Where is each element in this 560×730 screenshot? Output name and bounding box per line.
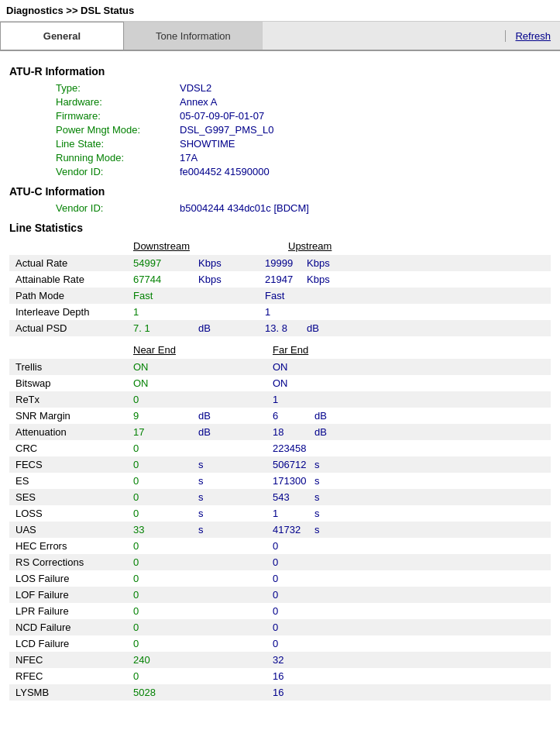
nf-label: Trellis (9, 361, 133, 373)
stat-label: Actual PSD (9, 322, 133, 334)
nf-near-unit: s (195, 491, 249, 503)
nf-near-val: 0 (133, 605, 195, 617)
tab-tone-information[interactable]: Tone Information (124, 22, 263, 50)
nf-row: LOS Failure 0 0 (9, 570, 551, 587)
nf-label: HEC Errors (9, 540, 133, 552)
atuc-field-value: b5004244 434dc01c [BDCM] (180, 202, 309, 214)
nf-near-val: 0 (133, 638, 195, 649)
nf-near-val: 17 (133, 426, 195, 438)
rate-row: Interleave Depth 1 1 (9, 304, 551, 320)
nf-near-val: 9 (133, 410, 195, 422)
atur-field-value: 17A (180, 152, 198, 164)
nf-label: LOS Failure (9, 573, 133, 584)
nf-label: SNR Margin (9, 410, 133, 422)
nf-row: CRC 0 223458 (9, 440, 551, 456)
nf-near-val: 0 (133, 573, 195, 584)
nf-label: CRC (9, 442, 133, 454)
atur-field-label: Line State: (56, 138, 180, 150)
stat-ds-val: 67744 (133, 274, 195, 285)
atur-field-value: SHOWTIME (180, 138, 235, 150)
ds-us-header-row: Downstream Upstream (133, 240, 551, 252)
nearend-header: Near End (133, 344, 273, 356)
nf-label: FECS (9, 459, 133, 470)
rate-row: Actual PSD 7. 1 dB 13. 8 dB (9, 320, 551, 336)
atur-field-label: Running Mode: (56, 152, 180, 164)
nf-far-val: 16 (249, 670, 311, 682)
nf-far-val: 0 (249, 573, 311, 584)
stat-label: Actual Rate (9, 257, 133, 269)
stat-ds-unit: Kbps (195, 274, 242, 285)
stat-us-val: 19999 (242, 257, 304, 269)
nf-near-unit: dB (195, 410, 249, 422)
rate-rows: Actual Rate 54997 Kbps 19999 Kbps Attain… (9, 255, 551, 336)
nf-row: Attenuation 17 dB 18 dB (9, 424, 551, 440)
nf-label: ES (9, 475, 133, 487)
nf-header-row: Near End Far End (133, 344, 551, 356)
downstream-header: Downstream (133, 240, 288, 252)
breadcrumb: Diagnostics >> DSL Status (0, 0, 560, 22)
nf-label: ReTx (9, 394, 133, 405)
nf-label: LCD Failure (9, 638, 133, 649)
nf-far-val: 1 (249, 394, 311, 405)
nf-label: SES (9, 491, 133, 503)
nf-near-val: 0 (133, 622, 195, 633)
nf-near-val: 240 (133, 654, 195, 666)
nf-label: UAS (9, 524, 133, 535)
atur-field-label: Firmware: (56, 110, 180, 122)
nf-far-val: 6 (249, 410, 311, 422)
nf-far-val: ON (249, 361, 311, 373)
nf-near-val: 5028 (133, 687, 195, 698)
nf-far-unit: dB (311, 426, 358, 438)
nf-near-unit: s (195, 475, 249, 487)
atur-section-title: ATU-R Information (9, 65, 551, 77)
atur-info-row: Vendor ID:fe004452 41590000 (56, 166, 551, 177)
nf-row: SNR Margin 9 dB 6 dB (9, 408, 551, 424)
line-stats-title: Line Statistics (9, 222, 551, 234)
atur-field-value: VDSL2 (180, 82, 211, 94)
nf-near-val: 0 (133, 491, 195, 503)
nf-far-val: 0 (249, 589, 311, 601)
stat-us-val: Fast (242, 290, 304, 301)
nf-far-unit: s (311, 524, 358, 535)
nf-near-val: 0 (133, 459, 195, 470)
nf-near-val: 0 (133, 508, 195, 519)
nf-far-unit: dB (311, 410, 358, 422)
nf-far-val: ON (249, 377, 311, 389)
nf-far-unit: s (311, 459, 358, 470)
stat-label: Path Mode (9, 290, 133, 301)
nf-far-val: 41732 (249, 524, 311, 535)
tab-general[interactable]: General (0, 22, 124, 50)
nf-near-val: ON (133, 361, 195, 373)
stat-label: Interleave Depth (9, 306, 133, 318)
nf-far-val: 18 (249, 426, 311, 438)
nf-far-val: 506712 (249, 459, 311, 470)
nf-near-val: ON (133, 377, 195, 389)
stat-us-unit: Kbps (304, 274, 350, 285)
nf-far-val: 543 (249, 491, 311, 503)
nf-label: LOF Failure (9, 589, 133, 601)
nf-label: LPR Failure (9, 605, 133, 617)
refresh-button[interactable]: Refresh (505, 30, 560, 42)
nf-far-val: 16 (249, 687, 311, 698)
stat-us-val: 21947 (242, 274, 304, 285)
upstream-header: Upstream (288, 240, 443, 252)
stat-ds-val: Fast (133, 290, 195, 301)
stat-us-val: 1 (242, 306, 304, 318)
nf-row: FECS 0 s 506712 s (9, 456, 551, 473)
stat-us-val: 13. 8 (242, 322, 304, 334)
atur-info-row: Type:VDSL2 (56, 82, 551, 94)
nf-far-unit: s (311, 491, 358, 503)
atur-info-row: Running Mode:17A (56, 152, 551, 164)
nf-row: SES 0 s 543 s (9, 489, 551, 505)
nf-row: Bitswap ON ON (9, 375, 551, 391)
nf-far-val: 0 (249, 638, 311, 649)
rate-row: Attainable Rate 67744 Kbps 21947 Kbps (9, 271, 551, 288)
atur-field-label: Type: (56, 82, 180, 94)
atur-field-value: 05-07-09-0F-01-07 (180, 110, 264, 122)
atur-field-label: Vendor ID: (56, 166, 180, 177)
stat-us-unit: dB (304, 322, 350, 334)
nf-far-val: 0 (249, 622, 311, 633)
atur-field-label: Hardware: (56, 96, 180, 108)
stat-ds-val: 7. 1 (133, 322, 195, 334)
nf-row: NFEC 240 32 (9, 652, 551, 668)
